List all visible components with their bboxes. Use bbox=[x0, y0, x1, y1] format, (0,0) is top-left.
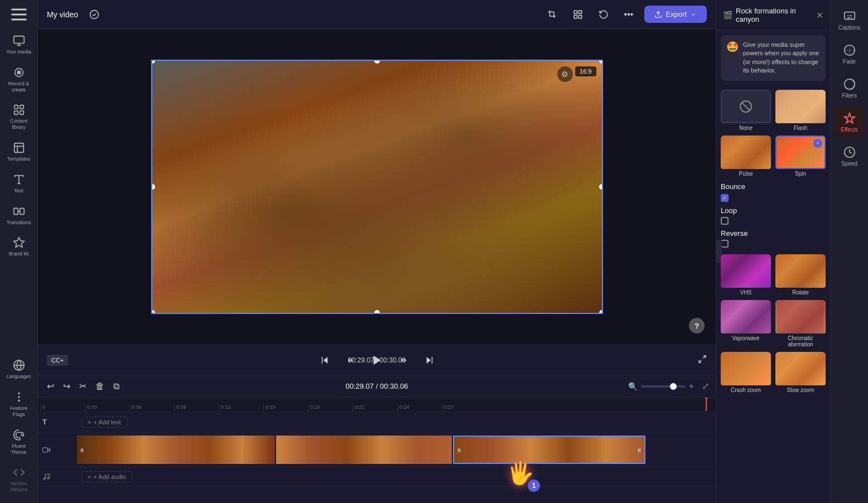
effect-spin[interactable]: ✓ Spin bbox=[775, 136, 826, 177]
effect-slow-zoom[interactable]: Slow zoom bbox=[775, 352, 826, 393]
text-track-content: + + Add text bbox=[77, 411, 716, 433]
timeline-expand-btn[interactable]: ⤢ bbox=[702, 381, 709, 391]
loop-checkbox[interactable] bbox=[721, 217, 729, 225]
delete-btn[interactable]: 🗑 bbox=[93, 379, 107, 394]
save-status-icon[interactable] bbox=[85, 6, 104, 23]
add-audio-btn[interactable]: + + Add audio bbox=[81, 471, 132, 482]
svg-point-36 bbox=[47, 477, 50, 479]
duplicate-btn[interactable]: ⧉ bbox=[111, 379, 122, 394]
effect-flash[interactable]: Flash bbox=[775, 90, 826, 131]
ruler-mark-5: 0:15 bbox=[263, 404, 308, 411]
bounce-section: Bounce ✓ Loop Reverse bbox=[721, 181, 826, 250]
svg-rect-21 bbox=[574, 11, 577, 13]
undo-btn[interactable]: ↩ bbox=[45, 379, 56, 394]
export-button[interactable]: Export bbox=[644, 6, 707, 23]
more-options-btn[interactable]: ••• bbox=[620, 6, 638, 23]
right-icon-captions-label: Captions bbox=[838, 25, 860, 31]
svg-point-20 bbox=[18, 400, 20, 402]
sidebar-item-text[interactable]: Text bbox=[2, 169, 36, 199]
canvas-settings-icon[interactable]: ⚙ bbox=[557, 66, 573, 82]
sidebar-item-brand-kit[interactable]: Brand kit bbox=[2, 232, 36, 262]
menu-icon[interactable] bbox=[9, 4, 29, 25]
canvas-handle-bl[interactable] bbox=[151, 310, 155, 314]
svg-rect-15 bbox=[13, 208, 17, 214]
skip-forward-btn[interactable] bbox=[421, 352, 438, 369]
svg-rect-24 bbox=[574, 15, 577, 18]
right-icon-effects-label: Effects bbox=[841, 127, 857, 133]
sidebar-label-content-library: Contentlibrary bbox=[10, 118, 28, 130]
skip-back-btn[interactable] bbox=[316, 352, 333, 369]
video-segment-1[interactable]: ⏸ bbox=[77, 436, 275, 464]
fullscreen-btn[interactable] bbox=[698, 355, 707, 366]
sidebar-item-templates[interactable]: Templates bbox=[2, 137, 36, 167]
right-icon-filters-label: Filters bbox=[842, 93, 857, 99]
canvas-handle-br[interactable] bbox=[599, 310, 603, 314]
sidebar-item-your-media[interactable]: Your media bbox=[2, 30, 36, 60]
sidebar-item-feature-flags[interactable]: FeatureFlags bbox=[2, 386, 36, 422]
sidebar-label-fluent-theme: FluentTheme bbox=[11, 443, 26, 456]
effect-chromatic-thumb bbox=[775, 300, 826, 333]
aspect-ratio-badge: 16:9 bbox=[575, 66, 596, 76]
svg-marker-26 bbox=[323, 357, 327, 364]
effect-vhs[interactable]: VHS bbox=[721, 254, 771, 296]
effect-crash-thumb bbox=[721, 352, 771, 385]
svg-rect-22 bbox=[578, 11, 581, 13]
loop-section-title: Loop bbox=[721, 206, 826, 215]
undo-tool-btn[interactable] bbox=[594, 6, 613, 23]
cut-btn[interactable]: ✂ bbox=[77, 379, 89, 394]
redo-btn[interactable]: ↪ bbox=[61, 379, 73, 394]
svg-rect-23 bbox=[578, 15, 581, 18]
effect-flash-thumb bbox=[775, 90, 826, 123]
effect-chromatic[interactable]: Chromatic aberration bbox=[775, 300, 826, 347]
sidebar-label-your-media: Your media bbox=[6, 49, 31, 55]
timeline-playhead[interactable] bbox=[706, 398, 707, 411]
canvas-handle-bm[interactable] bbox=[374, 310, 380, 314]
video-segment-2[interactable] bbox=[276, 436, 452, 464]
audio-track-row: + + Add audio bbox=[38, 467, 716, 487]
reverse-checkbox[interactable] bbox=[721, 240, 729, 248]
right-icon-captions[interactable]: Captions bbox=[834, 6, 865, 35]
effect-none-thumb bbox=[721, 90, 771, 123]
svg-rect-9 bbox=[20, 111, 23, 114]
video-track-row: ⏸ ⏸ ⏸ bbox=[38, 433, 716, 467]
add-text-btn[interactable]: + + Add text bbox=[81, 417, 127, 428]
effect-pulse[interactable]: Pulse bbox=[721, 136, 771, 177]
sidebar-item-transitions[interactable]: Transitions bbox=[2, 201, 36, 230]
zoom-in-icon[interactable]: + bbox=[689, 381, 694, 391]
bounce-checkbox[interactable]: ✓ bbox=[721, 194, 729, 202]
effect-flash-label: Flash bbox=[775, 125, 826, 131]
video-segment-3[interactable]: ⏸ ⏸ bbox=[453, 436, 645, 464]
effect-vhs-label: VHS bbox=[721, 289, 771, 296]
effect-vaporwave[interactable]: Vaporwave bbox=[721, 300, 771, 347]
canvas-handle-mr[interactable] bbox=[599, 184, 603, 190]
sidebar-item-languages[interactable]: Languages bbox=[2, 355, 36, 384]
sidebar-item-record-create[interactable]: Record &create bbox=[2, 62, 36, 98]
video-title: My video bbox=[47, 10, 78, 19]
sidebar-item-fluent-theme[interactable]: FluentTheme bbox=[2, 424, 36, 460]
effect-none[interactable]: None bbox=[721, 90, 771, 131]
right-icon-fade[interactable]: Fade bbox=[834, 40, 865, 69]
right-icon-speed[interactable]: Speed bbox=[834, 142, 865, 171]
right-icon-filters[interactable]: Filters bbox=[834, 74, 865, 103]
resize-tool-btn[interactable] bbox=[568, 6, 587, 23]
effect-rotate[interactable]: Rotate bbox=[775, 254, 826, 296]
zoom-out-icon[interactable]: 🔍 bbox=[628, 382, 638, 391]
effect-slow-label: Slow zoom bbox=[775, 387, 826, 393]
crop-tool-btn[interactable] bbox=[543, 6, 562, 23]
sidebar-item-content-library[interactable]: Contentlibrary bbox=[2, 99, 36, 135]
zoom-slider[interactable] bbox=[641, 385, 686, 388]
add-audio-label: + Add audio bbox=[93, 473, 126, 480]
zoom-thumb[interactable] bbox=[670, 383, 677, 390]
ruler-mark-7: 0:21 bbox=[353, 404, 397, 411]
video-canvas[interactable]: ⚙ 16:9 bbox=[151, 60, 603, 314]
right-icon-effects[interactable]: Effects 🖐 2 🖐 3 bbox=[834, 108, 865, 137]
effect-vaporwave-thumb bbox=[721, 300, 771, 333]
panel-close-btn[interactable]: ✕ bbox=[816, 10, 823, 21]
help-button[interactable]: ? bbox=[689, 318, 705, 333]
captions-btn[interactable]: CC+ bbox=[47, 355, 68, 366]
right-icon-bar: Captions Fade Filters Effects 🖐 2 🖐 3 bbox=[830, 0, 868, 503]
effect-crash-zoom[interactable]: Crash zoom bbox=[721, 352, 771, 393]
svg-rect-6 bbox=[14, 105, 17, 109]
sidebar-label-brand: Brand kit bbox=[9, 251, 29, 257]
effect-none-label: None bbox=[721, 125, 771, 131]
